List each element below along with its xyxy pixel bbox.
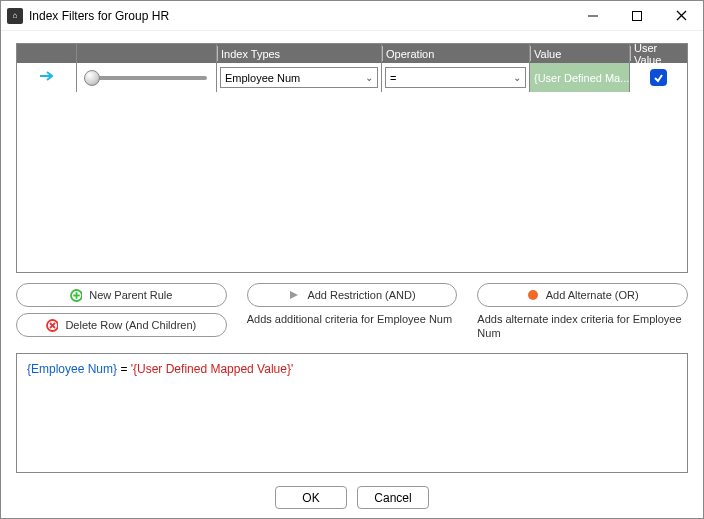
chevron-down-icon: ⌄: [513, 72, 521, 83]
user-value-cell: [630, 63, 687, 92]
col-left: New Parent Rule Delete Row (And Children…: [16, 283, 227, 341]
filter-grid: Index Types Operation Value User Value: [16, 43, 688, 273]
operation-value: =: [390, 72, 396, 84]
expression-preview: {Employee Num} = '{User Defined Mapped V…: [16, 353, 688, 473]
col-value-label: Value: [534, 48, 561, 60]
value-cell[interactable]: {User Defined Ma...: [530, 63, 629, 92]
slider-track: [86, 76, 207, 80]
alternate-hint: Adds alternate index criteria for Employ…: [477, 313, 688, 341]
chevron-down-icon: ⌄: [365, 72, 373, 83]
window-controls: [571, 1, 703, 30]
col-index-types: Index Types: [217, 44, 382, 63]
minimize-button[interactable]: [571, 1, 615, 30]
actions-row: New Parent Rule Delete Row (And Children…: [16, 283, 688, 341]
col-user-value-label: User Value: [634, 42, 683, 66]
delete-circle-icon: [46, 319, 58, 331]
svg-marker-10: [290, 291, 298, 299]
index-type-select[interactable]: Employee Num ⌄: [220, 67, 378, 88]
operation-select[interactable]: = ⌄: [385, 67, 526, 88]
add-alternate-button[interactable]: Add Alternate (OR): [477, 283, 688, 307]
add-alternate-label: Add Alternate (OR): [546, 289, 639, 301]
filter-row[interactable]: Employee Num ⌄ = ⌄ {User Defined Ma...: [17, 63, 687, 92]
col-right: Add Alternate (OR) Adds alternate index …: [477, 283, 688, 341]
slider-thumb[interactable]: [84, 70, 100, 86]
row-indicator: [17, 63, 77, 92]
col-middle: Add Restriction (AND) Adds additional cr…: [247, 283, 458, 341]
delete-row-button[interactable]: Delete Row (And Children): [16, 313, 227, 337]
col-value: Value: [530, 44, 630, 63]
add-restriction-label: Add Restriction (AND): [307, 289, 415, 301]
value-cell-wrap: {User Defined Ma...: [530, 63, 630, 92]
index-type-cell: Employee Num ⌄: [217, 63, 382, 92]
col-operation: Operation: [382, 44, 530, 63]
delete-row-label: Delete Row (And Children): [65, 319, 196, 331]
expr-value: '{User Defined Mapped Value}': [131, 362, 293, 376]
depth-slider[interactable]: [77, 63, 217, 92]
new-parent-label: New Parent Rule: [89, 289, 172, 301]
svg-rect-1: [633, 11, 642, 20]
grid-body: Employee Num ⌄ = ⌄ {User Defined Ma...: [17, 63, 687, 272]
col-index-types-label: Index Types: [221, 48, 280, 60]
cancel-button[interactable]: Cancel: [357, 486, 429, 509]
window-title: Index Filters for Group HR: [29, 9, 169, 23]
add-restriction-button[interactable]: Add Restriction (AND): [247, 283, 458, 307]
app-icon: ⌂: [7, 8, 23, 24]
user-value-checkbox[interactable]: [650, 69, 667, 86]
col-user-value: User Value: [630, 44, 687, 63]
plus-circle-icon: [70, 289, 82, 301]
orange-dot-icon: [527, 289, 539, 301]
ok-button[interactable]: OK: [275, 486, 347, 509]
col-handle: [17, 44, 77, 63]
arrow-right-icon: [39, 70, 55, 85]
index-type-value: Employee Num: [225, 72, 300, 84]
dialog-footer: OK Cancel: [0, 486, 704, 509]
expr-operator: =: [117, 362, 131, 376]
col-operation-label: Operation: [386, 48, 434, 60]
play-icon: [288, 289, 300, 301]
maximize-button[interactable]: [615, 1, 659, 30]
titlebar: ⌂ Index Filters for Group HR: [1, 1, 703, 31]
grid-header: Index Types Operation Value User Value: [17, 44, 687, 63]
expr-field: {Employee Num}: [27, 362, 117, 376]
new-parent-rule-button[interactable]: New Parent Rule: [16, 283, 227, 307]
operation-cell: = ⌄: [382, 63, 530, 92]
restriction-hint: Adds additional criteria for Employee Nu…: [247, 313, 458, 327]
close-button[interactable]: [659, 1, 703, 30]
col-depth: [77, 44, 217, 63]
